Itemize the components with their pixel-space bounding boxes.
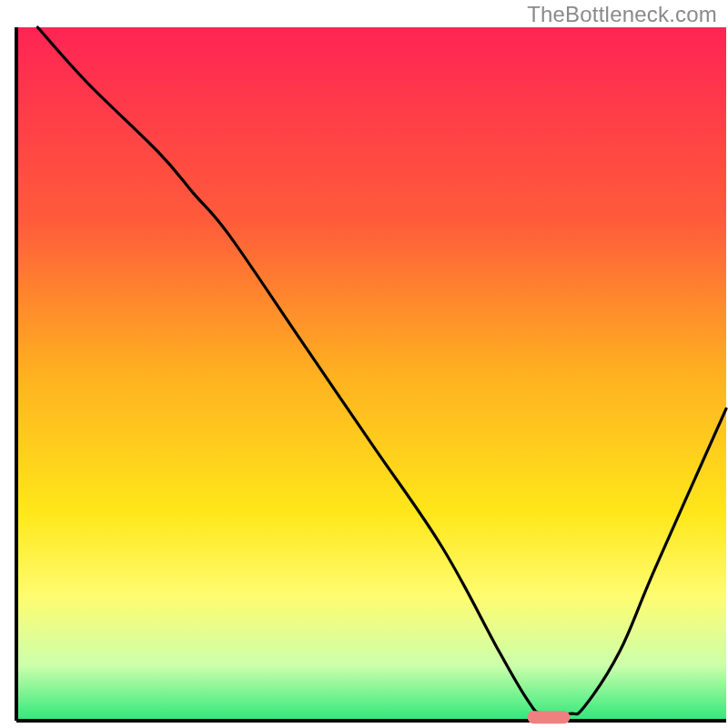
watermark-text: TheBottleneck.com bbox=[527, 2, 717, 27]
plot-area bbox=[16, 27, 726, 723]
chart-svg bbox=[0, 0, 728, 728]
optimal-marker bbox=[528, 711, 571, 723]
gradient-background bbox=[16, 27, 726, 721]
bottleneck-chart: TheBottleneck.com bbox=[0, 0, 728, 728]
